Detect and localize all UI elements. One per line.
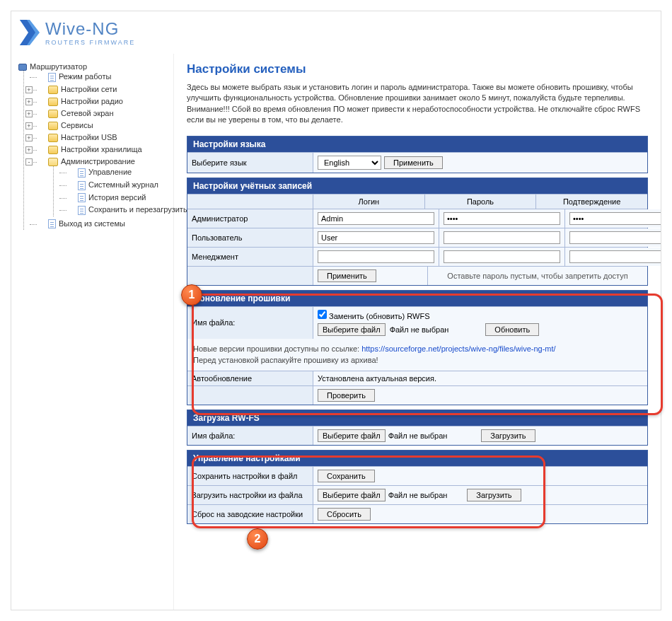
row-user-label: Пользователь [187, 228, 313, 247]
sidebar-item-radio[interactable]: +Настройки радио [24, 95, 169, 108]
sidebar-item-firewall[interactable]: +Сетевой экран [24, 108, 169, 120]
col-pass: Пароль [425, 195, 537, 209]
settings-nofile-text: Файл не выбран [388, 491, 448, 499]
rwfs-upload-button[interactable]: Загрузить [481, 429, 535, 442]
language-apply-button[interactable]: Применить [384, 156, 443, 169]
sidebar-item-logout[interactable]: Выход из системы [24, 218, 169, 231]
expand-icon[interactable]: + [25, 146, 33, 153]
user-confirm-input[interactable] [569, 231, 661, 244]
logo-main-text: Wive-NG [45, 19, 135, 39]
fw-note: Новые версии прошивки доступны по ссылке… [187, 339, 647, 371]
badge-one: 1 [181, 284, 202, 306]
section-header-language: Настройки языка [187, 137, 647, 152]
settings-save-label: Сохранить настройки в файл [187, 467, 313, 485]
page-intro: Здесь вы можете выбрать язык и установит… [187, 82, 648, 126]
section-rwfs: Загрузка RW-FS Имя файла: Выберите файл … [187, 410, 648, 446]
page-icon [78, 193, 86, 202]
expand-icon[interactable]: + [25, 134, 33, 141]
section-header-settings-mgmt: Управление настройками [187, 451, 647, 466]
sidebar-item-storage[interactable]: +Настройки хранилища [24, 144, 169, 156]
fw-replace-checkbox[interactable] [318, 310, 327, 319]
fw-nofile-text: Файл не выбран [390, 325, 449, 334]
folder-icon [48, 146, 58, 154]
sidebar-item-syslog[interactable]: Системный журнал [54, 179, 169, 192]
settings-reset-label: Сброс на заводские настройки [187, 505, 313, 523]
sidebar-item-history[interactable]: История версий [54, 192, 169, 204]
badge-two: 2 [247, 528, 268, 550]
admin-login-input[interactable] [318, 212, 434, 225]
fw-check-button[interactable]: Проверить [318, 389, 375, 402]
logo-sub-text: ROUTERS FIRMWARE [45, 39, 135, 46]
sidebar-item-save-reboot[interactable]: Сохранить и перезагрузить [54, 204, 169, 216]
page-icon [78, 168, 86, 178]
main-content: Настройки системы Здесь вы можете выбрат… [174, 54, 661, 610]
section-header-accounts: Настройки учётных записей [187, 178, 647, 194]
collapse-icon[interactable]: - [25, 158, 33, 166]
row-mgmt-label: Менеджмент [187, 248, 313, 266]
settings-load-button[interactable]: Загрузить [467, 489, 521, 501]
expand-icon[interactable]: + [25, 110, 33, 117]
fw-auto-label: Автообновление [187, 371, 313, 385]
section-firmware: Обновление прошивки Имя файла: Заменить … [187, 290, 648, 405]
expand-icon[interactable]: + [25, 122, 33, 129]
sidebar-item-admin[interactable]: -Администрирование Управление Системный … [24, 156, 169, 217]
page-title: Настройки системы [187, 62, 648, 76]
section-accounts: Настройки учётных записей Логин Пароль П… [187, 178, 648, 286]
admin-confirm-input[interactable] [569, 212, 661, 225]
sidebar-item-management[interactable]: Управление [54, 166, 169, 179]
folder-icon [48, 134, 58, 142]
page-icon [48, 73, 56, 82]
svg-marker-1 [20, 20, 35, 45]
folder-icon [48, 98, 58, 106]
mgmt-confirm-input[interactable] [569, 250, 661, 263]
folder-open-icon [48, 158, 58, 166]
fw-choose-file-button[interactable]: Выберите файл [318, 323, 386, 336]
admin-pass-input[interactable] [444, 212, 560, 225]
section-language: Настройки языка Выберите язык English Пр… [187, 136, 648, 173]
section-settings-mgmt: Управление настройками Сохранить настрой… [187, 450, 648, 524]
app-header: Wive-NG ROUTERS FIRMWARE [11, 11, 661, 54]
router-icon [18, 64, 27, 71]
user-pass-input[interactable] [444, 231, 560, 244]
expand-icon[interactable]: + [25, 98, 33, 105]
sidebar-item-usb[interactable]: +Настройки USB [24, 132, 169, 144]
folder-icon [48, 110, 58, 118]
fw-replace-label: Заменить (обновить) RWFS [329, 312, 429, 320]
fw-update-button[interactable]: Обновить [485, 323, 539, 336]
section-header-firmware: Обновление прошивки [187, 291, 647, 306]
page-icon [48, 219, 56, 228]
folder-icon [48, 122, 58, 130]
user-login-input[interactable] [318, 231, 434, 244]
fw-link[interactable]: https://sourceforge.net/projects/wive-ng… [361, 344, 556, 353]
accounts-apply-button[interactable]: Применить [318, 269, 376, 282]
sidebar-item-network[interactable]: +Настройки сети [24, 83, 169, 95]
settings-reset-button[interactable]: Сбросить [318, 508, 371, 521]
mgmt-pass-input[interactable] [444, 250, 560, 263]
language-select[interactable]: English [318, 156, 381, 170]
rwfs-file-label: Имя файла: [187, 426, 313, 445]
folder-icon [48, 86, 58, 94]
row-admin-label: Администратор [187, 209, 313, 228]
logo-icon [20, 17, 40, 48]
fw-auto-status: Установлена актуальная версия. [313, 371, 647, 385]
settings-choose-file-button[interactable]: Выберите файл [318, 489, 386, 501]
rwfs-nofile-text: Файл не выбран [388, 431, 448, 440]
expand-icon[interactable]: + [25, 86, 33, 93]
col-login: Логин [313, 195, 425, 209]
sidebar-item-services[interactable]: +Сервисы [24, 120, 169, 132]
sidebar-root[interactable]: Маршрутизатор Режим работы +Настройки се… [16, 61, 169, 231]
rwfs-choose-file-button[interactable]: Выберите файл [318, 429, 386, 442]
mgmt-login-input[interactable] [318, 250, 434, 263]
page-icon [78, 206, 86, 215]
fw-file-label: Имя файла: [187, 307, 313, 339]
section-header-rwfs: Загрузка RW-FS [187, 410, 647, 426]
settings-save-button[interactable]: Сохранить [318, 470, 375, 482]
logo-text: Wive-NG ROUTERS FIRMWARE [45, 19, 135, 46]
col-confirm: Подтверждение [536, 195, 647, 209]
settings-load-label: Загрузить настройки из файла [187, 486, 313, 504]
accounts-hint: Оставьте пароль пустым, чтобы запретить … [428, 267, 647, 285]
page-icon [78, 181, 86, 190]
sidebar-item-mode[interactable]: Режим работы [24, 71, 169, 83]
sidebar: Маршрутизатор Режим работы +Настройки се… [11, 54, 174, 610]
language-label: Выберите язык [187, 153, 313, 173]
